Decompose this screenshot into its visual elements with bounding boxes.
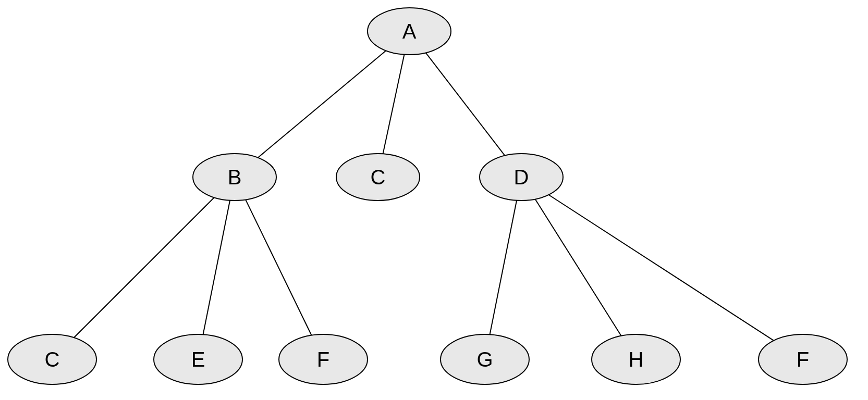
node-f-right-label: F	[797, 348, 809, 371]
node-b: B	[193, 154, 276, 201]
tree-diagram: A B C D C E F G	[0, 0, 868, 400]
nodes-group: A B C D C E F G	[8, 8, 847, 384]
node-a: A	[368, 8, 451, 55]
node-d: D	[480, 154, 563, 201]
node-c-mid: C	[336, 154, 420, 201]
edge-d-g	[490, 201, 517, 335]
node-h: H	[592, 334, 680, 384]
edge-b-f1	[246, 199, 311, 335]
edge-b-c2	[74, 197, 214, 338]
node-h-label: H	[629, 348, 644, 371]
node-b-label: B	[228, 166, 242, 189]
node-e: E	[154, 334, 242, 384]
node-f-right: F	[759, 334, 847, 384]
node-g: G	[441, 334, 529, 384]
node-a-label: A	[402, 20, 417, 43]
node-f-left-label: F	[317, 348, 329, 371]
node-c-leaf: C	[8, 334, 96, 384]
node-d-label: D	[514, 166, 529, 189]
edge-b-e	[203, 201, 230, 335]
edge-root-b	[258, 51, 386, 157]
edges-group	[74, 51, 774, 340]
node-e-label: E	[191, 348, 205, 371]
edge-root-d	[426, 53, 505, 155]
node-f-left: F	[279, 334, 368, 384]
edge-d-f2	[548, 195, 774, 341]
node-g-label: G	[476, 348, 493, 371]
node-c-leaf-label: C	[45, 348, 60, 371]
node-c-mid-label: C	[371, 166, 386, 189]
edge-root-c1	[383, 55, 405, 154]
edge-d-h	[535, 199, 621, 335]
